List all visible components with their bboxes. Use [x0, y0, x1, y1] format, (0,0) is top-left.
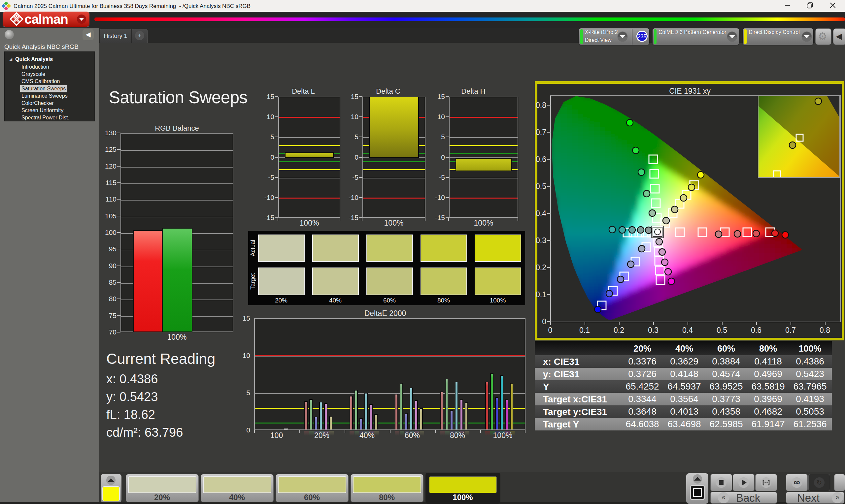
svg-text:∞: ∞ [793, 477, 800, 487]
svg-text:↻: ↻ [816, 479, 822, 486]
